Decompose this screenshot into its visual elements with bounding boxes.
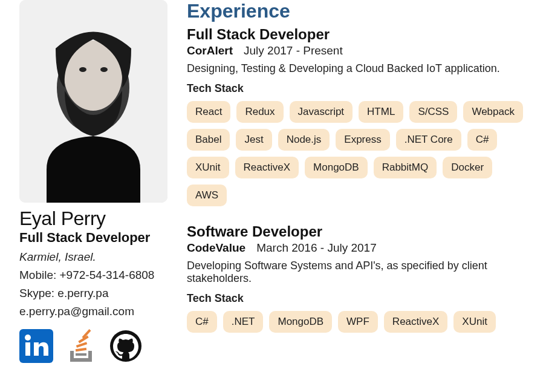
tech-tag: React: [187, 101, 230, 123]
tech-tag: Docker: [443, 157, 492, 178]
tech-tag: Webpack: [463, 101, 523, 123]
linkedin-icon: [19, 329, 53, 363]
main-content: Experience Full Stack DeveloperCorAlertJ…: [187, 0, 527, 363]
tech-tag: ReactiveX: [384, 311, 447, 333]
contact-mobile: Mobile: +972-54-314-6808: [19, 269, 167, 282]
stackoverflow-icon: [64, 329, 98, 363]
svg-rect-10: [76, 342, 87, 347]
tech-tag: Javascript: [290, 101, 353, 123]
stackoverflow-link[interactable]: [64, 329, 98, 363]
tech-tag: AWS: [187, 185, 227, 206]
tech-tag: Babel: [187, 129, 230, 151]
tech-tag: Jest: [236, 129, 271, 151]
tech-tag: Express: [336, 129, 389, 151]
tech-tag: C#: [187, 311, 217, 333]
tech-stack-tags: ReactReduxJavascriptHTMLS/CSSWebpackBabe…: [187, 101, 527, 206]
tech-tag: MongoDB: [305, 157, 368, 178]
contact-email: e.perry.pa@gmail.com: [19, 305, 167, 318]
svg-rect-9: [76, 348, 86, 351]
tech-tag: HTML: [359, 101, 403, 123]
job-title: Full Stack Developer: [187, 26, 527, 43]
svg-point-7: [25, 335, 31, 341]
profile-photo: [19, 0, 167, 203]
job-meta: CodeValueMarch 2016 - July 2017: [187, 241, 527, 255]
svg-point-3: [79, 67, 86, 72]
svg-rect-6: [25, 342, 30, 356]
job-company: CodeValue: [187, 241, 245, 255]
tech-tag: .NET Core: [396, 129, 461, 151]
job-description: Designing, Testing & Developing a Cloud …: [187, 62, 527, 75]
job-company: CorAlert: [187, 44, 233, 57]
person-location: Karmiel, Israel.: [19, 250, 167, 264]
social-links: [19, 329, 167, 363]
github-icon: [109, 329, 143, 363]
tech-tag: ReactiveX: [235, 157, 299, 178]
github-link[interactable]: [109, 329, 143, 363]
tech-tag: XUnit: [187, 157, 229, 178]
tech-tag: Redux: [236, 101, 283, 123]
tech-tag: MongoDB: [269, 311, 332, 333]
job-dates: March 2016 - July 2017: [256, 241, 377, 255]
tech-tag: C#: [467, 129, 498, 151]
tech-tag: Node.js: [278, 129, 330, 151]
sidebar: Eyal Perry Full Stack Developer Karmiel,…: [19, 0, 167, 363]
tech-tag: S/CSS: [409, 101, 457, 123]
person-title: Full Stack Developer: [19, 230, 167, 246]
tech-tag: RabbitMQ: [374, 157, 437, 178]
section-heading-experience: Experience: [187, 0, 527, 22]
tech-tag: WPF: [338, 311, 378, 333]
tech-stack-tags: C#.NETMongoDBWPFReactiveXXUnit: [187, 311, 527, 333]
job-entry: Full Stack DeveloperCorAlertJuly 2017 - …: [187, 26, 527, 206]
person-name: Eyal Perry: [19, 207, 167, 230]
tech-tag: XUnit: [453, 311, 496, 333]
job-title: Software Developer: [187, 223, 527, 240]
job-dates: July 2017 - Present: [244, 44, 343, 57]
job-description: Developing Software Systems and API's, a…: [187, 260, 527, 285]
job-entry: Software DeveloperCodeValueMarch 2016 - …: [187, 223, 527, 333]
contact-skype: Skype: e.perry.pa: [19, 287, 167, 300]
svg-point-4: [100, 67, 108, 72]
tech-tag: .NET: [223, 311, 264, 333]
job-meta: CorAlertJuly 2017 - Present: [187, 44, 527, 57]
tech-stack-label: Tech Stack: [187, 292, 527, 305]
tech-stack-label: Tech Stack: [187, 82, 527, 95]
linkedin-link[interactable]: [19, 329, 53, 363]
svg-rect-8: [76, 353, 86, 356]
